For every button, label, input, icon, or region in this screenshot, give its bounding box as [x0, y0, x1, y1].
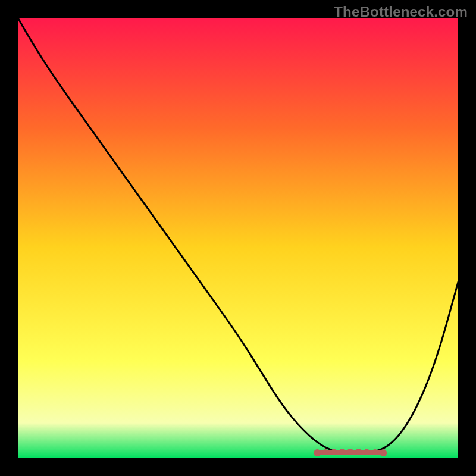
- plot-area: [18, 18, 458, 458]
- optimal-zone-dot: [322, 449, 328, 455]
- optimal-zone-dot: [380, 449, 387, 456]
- optimal-zone-dot: [356, 449, 362, 455]
- optimal-zone-dot: [314, 449, 321, 456]
- optimal-zone-dot: [347, 449, 353, 455]
- optimal-zone-dot: [339, 449, 345, 455]
- watermark-text: TheBottleneck.com: [334, 4, 468, 20]
- heat-gradient-bg: [18, 18, 458, 458]
- bottleneck-chart: [18, 18, 458, 458]
- chart-frame: TheBottleneck.com: [0, 0, 476, 476]
- optimal-zone-dot: [372, 449, 378, 455]
- optimal-zone-dot: [331, 449, 337, 455]
- optimal-zone-dot: [364, 449, 369, 455]
